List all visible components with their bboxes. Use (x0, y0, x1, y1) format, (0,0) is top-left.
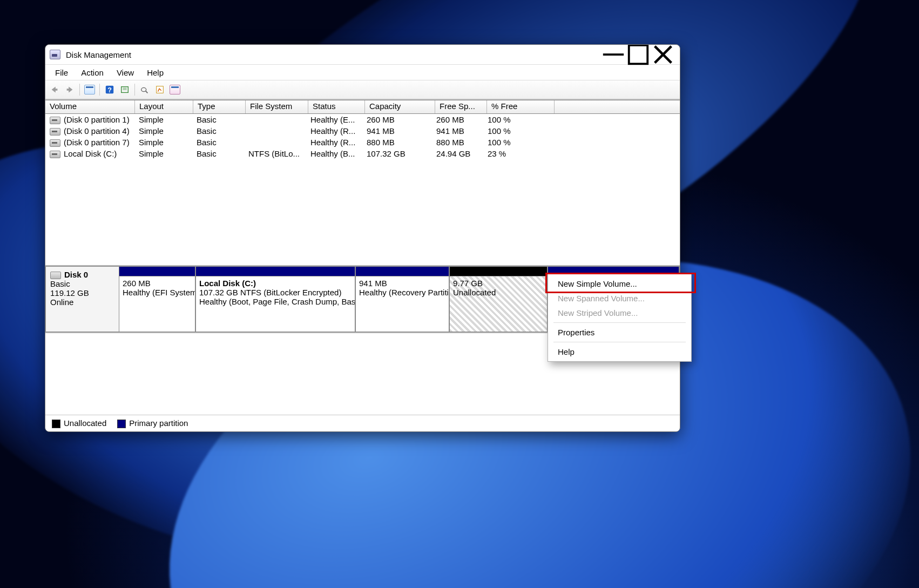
svg-rect-0 (603, 53, 624, 56)
minimize-button[interactable] (601, 46, 626, 63)
col-volume[interactable]: Volume (45, 100, 135, 113)
svg-text:?: ? (107, 86, 112, 94)
ctx-separator (553, 342, 686, 342)
title-bar[interactable]: Disk Management (45, 45, 680, 65)
forward-button[interactable] (63, 83, 77, 97)
settings-1-button[interactable] (153, 83, 167, 97)
close-button[interactable] (651, 46, 675, 63)
disk-icon (50, 272, 61, 279)
col-type[interactable]: Type (193, 100, 246, 113)
menu-bar: File Action View Help (45, 65, 680, 80)
table-row[interactable]: (Disk 0 partition 7)SimpleBasicHealthy (… (45, 137, 680, 148)
table-row[interactable]: Local Disk (C:)SimpleBasicNTFS (BitLo...… (45, 148, 680, 159)
legend: Unallocated Primary partition (45, 415, 680, 431)
menu-view[interactable]: View (110, 67, 140, 78)
table-row[interactable]: (Disk 0 partition 4)SimpleBasicHealthy (… (45, 125, 680, 137)
menu-action[interactable]: Action (75, 67, 110, 78)
window-title: Disk Management (66, 50, 131, 59)
help-button[interactable]: ? (103, 83, 117, 97)
svg-point-5 (141, 87, 146, 91)
app-icon (50, 50, 60, 59)
properties-button[interactable] (83, 83, 97, 97)
partition-primary[interactable]: Local Disk (C:)107.32 GB NTFS (BitLocker… (195, 266, 355, 332)
ctx-help[interactable]: Help (548, 344, 691, 359)
refresh-button[interactable] (118, 83, 132, 97)
ctx-new-striped-volume: New Striped Volume... (548, 306, 691, 320)
back-button[interactable] (48, 83, 62, 97)
legend-swatch-unallocated (52, 420, 60, 428)
settings-2-button[interactable] (168, 83, 182, 97)
context-menu: New Simple Volume... New Spanned Volume.… (548, 274, 692, 362)
col-filesystem[interactable]: File System (246, 100, 308, 113)
toolbar: ? (45, 80, 680, 100)
ctx-new-simple-volume[interactable]: New Simple Volume... (548, 276, 691, 291)
col-capacity[interactable]: Capacity (365, 100, 435, 113)
ctx-separator (553, 322, 686, 323)
ctx-properties[interactable]: Properties (548, 325, 691, 340)
volume-list[interactable]: (Disk 0 partition 1)SimpleBasicHealthy (… (45, 114, 680, 266)
volume-list-header: Volume Layout Type File System Status Ca… (45, 100, 680, 114)
col-layout[interactable]: Layout (135, 100, 193, 113)
volume-icon (50, 128, 60, 136)
volume-icon (50, 151, 60, 158)
col-pctfree[interactable]: % Free (487, 100, 555, 113)
partition-primary[interactable]: 941 MBHealthy (Recovery Partiti (355, 266, 449, 332)
svg-rect-1 (629, 45, 648, 64)
disk-management-window: Disk Management File Action View Help ? … (45, 44, 680, 432)
col-freespace[interactable]: Free Sp... (435, 100, 487, 113)
menu-help[interactable]: Help (140, 67, 170, 78)
disk-info[interactable]: Disk 0 Basic 119.12 GB Online (45, 266, 119, 332)
legend-swatch-primary (117, 420, 126, 428)
volume-icon (50, 139, 60, 147)
rescan-button[interactable] (138, 83, 152, 97)
maximize-button[interactable] (626, 46, 651, 63)
col-status[interactable]: Status (308, 100, 365, 113)
table-row[interactable]: (Disk 0 partition 1)SimpleBasicHealthy (… (45, 114, 680, 125)
ctx-new-spanned-volume: New Spanned Volume... (548, 291, 691, 306)
menu-file[interactable]: File (49, 67, 75, 78)
partition-unallocated[interactable]: 9.77 GBUnallocated (449, 266, 548, 332)
volume-icon (50, 117, 60, 124)
partition-primary[interactable]: 260 MBHealthy (EFI System (119, 266, 195, 332)
